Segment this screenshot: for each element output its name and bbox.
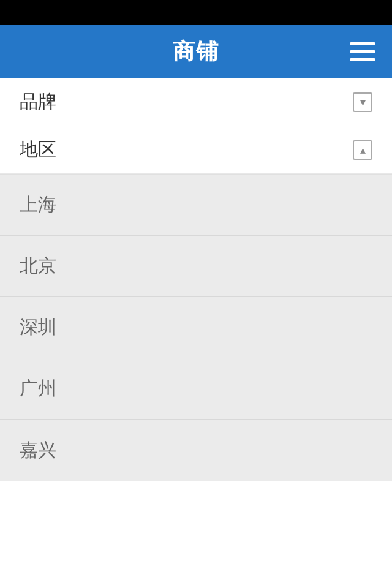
app-header: 商铺 — [0, 24, 392, 78]
brand-filter-row[interactable]: 品牌 ▾ — [0, 78, 392, 126]
region-item-shanghai[interactable]: 上海 — [0, 175, 392, 236]
region-item-label: 上海 — [20, 192, 56, 217]
bottom-area — [0, 481, 392, 588]
region-item-beijing[interactable]: 北京 — [0, 236, 392, 297]
region-item-label: 嘉兴 — [20, 438, 56, 463]
region-item-jiaxing[interactable]: 嘉兴 — [0, 420, 392, 481]
region-item-label: 深圳 — [20, 315, 56, 340]
region-list: 上海 北京 深圳 广州 嘉兴 — [0, 175, 392, 481]
filter-section: 品牌 ▾ 地区 ▴ — [0, 78, 392, 175]
region-filter-row[interactable]: 地区 ▴ — [0, 126, 392, 174]
menu-line-1 — [350, 42, 375, 45]
region-item-label: 北京 — [20, 254, 56, 279]
brand-filter-label: 品牌 — [20, 89, 56, 115]
menu-line-3 — [350, 58, 375, 61]
region-item-shenzhen[interactable]: 深圳 — [0, 297, 392, 358]
region-item-label: 广州 — [20, 376, 56, 401]
menu-button[interactable] — [345, 38, 380, 65]
menu-line-2 — [350, 50, 375, 53]
region-item-guangzhou[interactable]: 广州 — [0, 358, 392, 420]
brand-dropdown-icon[interactable]: ▾ — [353, 92, 372, 112]
page-title: 商铺 — [173, 37, 219, 67]
status-bar — [0, 0, 392, 24]
region-dropdown-icon[interactable]: ▴ — [353, 140, 372, 160]
region-filter-label: 地区 — [20, 137, 56, 162]
